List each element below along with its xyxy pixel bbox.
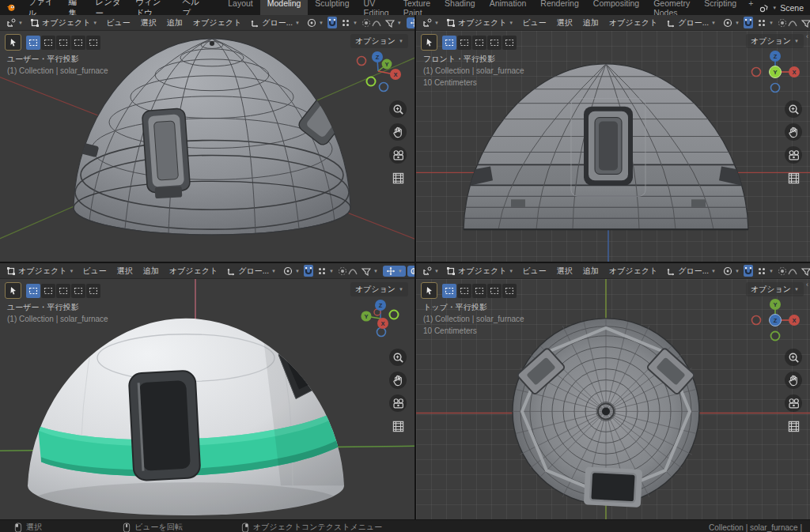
pan-hand-button[interactable] (785, 123, 802, 141)
viewport-canvas-3d[interactable]: オプション▼ ユーザー・平行投影 (1) Collection | solar_… (0, 279, 414, 519)
mode-dropdown[interactable]: オブジェクト▼ (443, 17, 517, 29)
editor-type-dropdown[interactable]: ▼ (3, 17, 26, 28)
mode-dropdown[interactable]: オブジェクト▼ (27, 17, 100, 29)
menu-add[interactable]: 追加 (162, 17, 187, 28)
blender-logo-icon[interactable] (6, 2, 16, 13)
show-overlays-toggle[interactable]: ▼ (407, 266, 414, 277)
select-subtract-tool[interactable] (472, 36, 486, 50)
options-dropdown[interactable]: オプション▼ (746, 34, 804, 48)
zoom-button[interactable] (389, 349, 407, 366)
menu-add[interactable]: 追加 (138, 266, 164, 277)
active-tool-button[interactable] (5, 34, 21, 51)
menu-select[interactable]: 選択 (136, 17, 161, 28)
snap-toggle[interactable] (744, 265, 753, 277)
menu-select[interactable]: 選択 (552, 266, 577, 277)
menu-add[interactable]: 追加 (578, 17, 604, 28)
select-subtract-tool[interactable] (56, 36, 70, 50)
select-box-tool[interactable] (442, 284, 456, 298)
object-visibility-dropdown[interactable]: ▼ (798, 17, 810, 28)
editor-type-dropdown[interactable]: ▼ (419, 266, 442, 277)
select-invert-tool[interactable] (71, 284, 85, 298)
snap-toggle[interactable] (327, 17, 337, 28)
pan-hand-button[interactable] (785, 372, 802, 389)
object-visibility-dropdown[interactable]: ▼ (358, 266, 381, 277)
transform-orientation-dropdown[interactable]: グロー...▼ (223, 265, 279, 277)
menu-add[interactable]: 追加 (578, 266, 604, 277)
viewport-canvas-3d[interactable]: オプション▼ ユーザー・平行投影 (1) Collection | solar_… (0, 31, 414, 262)
snap-toggle[interactable] (304, 265, 313, 277)
select-extend-tool[interactable] (457, 36, 471, 50)
proportional-falloff-icon[interactable] (788, 265, 797, 277)
menu-object[interactable]: オブジェクト (604, 266, 662, 277)
snap-toggle[interactable] (744, 17, 753, 28)
ortho-grid-button[interactable] (785, 169, 802, 187)
editor-type-dropdown[interactable]: ▼ (419, 17, 442, 28)
select-extend-tool[interactable] (457, 284, 471, 298)
menu-view[interactable]: ビュー (517, 266, 551, 277)
menu-object[interactable]: オブジェクト (165, 266, 222, 277)
transform-orientation-dropdown[interactable]: グロー...▼ (247, 17, 303, 29)
show-gizmos-toggle[interactable]: ▼ (383, 266, 406, 277)
menu-object[interactable]: オブジェクト (188, 17, 246, 28)
active-tool-button[interactable] (5, 282, 21, 299)
navigation-gizmo[interactable]: Z X Y (747, 50, 804, 96)
camera-view-button[interactable] (389, 146, 407, 164)
navigation-gizmo[interactable]: Z Y X (351, 298, 408, 344)
select-extend-tool[interactable] (41, 284, 55, 298)
proportional-falloff-icon[interactable] (372, 17, 381, 28)
pan-hand-button[interactable] (389, 123, 407, 141)
snap-with-dropdown[interactable]: ▼ (314, 266, 337, 277)
pivot-point-dropdown[interactable]: ▼ (280, 266, 303, 277)
select-intersect-tool[interactable] (502, 36, 517, 50)
menu-select[interactable]: 選択 (112, 266, 138, 277)
zoom-button[interactable] (389, 100, 407, 118)
camera-view-button[interactable] (785, 394, 802, 412)
region-toggle-arrow[interactable]: ‹ (806, 32, 808, 40)
options-dropdown[interactable]: オプション▼ (350, 34, 408, 48)
menu-view[interactable]: ビュー (101, 17, 134, 28)
select-box-tool[interactable] (26, 36, 40, 50)
select-invert-tool[interactable] (487, 284, 502, 298)
select-intersect-tool[interactable] (86, 36, 100, 50)
menu-select[interactable]: 選択 (552, 17, 577, 28)
viewport-canvas-3d[interactable]: ‹ オプション▼ フロント・平行投影 (1) Collection | sola… (416, 31, 810, 262)
transform-orientation-dropdown[interactable]: グロー...▼ (663, 265, 719, 277)
mode-dropdown[interactable]: オブジェクト▼ (443, 265, 517, 277)
ortho-grid-button[interactable] (785, 417, 802, 435)
snap-with-dropdown[interactable]: ▼ (754, 17, 777, 28)
proportional-falloff-icon[interactable] (348, 265, 358, 277)
proportional-editing-toggle[interactable] (361, 17, 371, 28)
select-subtract-tool[interactable] (56, 284, 70, 298)
viewport-canvas-3d[interactable]: ‹ オプション▼ トップ・平行投影 (1) Collection | solar… (416, 279, 810, 519)
select-intersect-tool[interactable] (86, 284, 100, 298)
scene-name[interactable]: Scene (780, 3, 804, 13)
options-dropdown[interactable]: オプション▼ (746, 282, 804, 296)
snap-with-dropdown[interactable]: ▼ (754, 266, 777, 277)
proportional-editing-toggle[interactable] (778, 17, 787, 28)
menu-view[interactable]: ビュー (517, 17, 551, 28)
scene-dropdown-caret[interactable]: ▼ (772, 6, 777, 10)
options-dropdown[interactable]: オプション▼ (350, 282, 408, 296)
zoom-button[interactable] (785, 349, 802, 366)
pivot-point-dropdown[interactable]: ▼ (720, 266, 743, 277)
proportional-falloff-icon[interactable] (788, 17, 797, 28)
pivot-point-dropdown[interactable]: ▼ (304, 17, 327, 28)
camera-view-button[interactable] (785, 146, 802, 164)
pivot-point-dropdown[interactable]: ▼ (720, 17, 743, 28)
navigation-gizmo[interactable]: Y X Z (747, 298, 804, 344)
snap-with-dropdown[interactable]: ▼ (338, 17, 361, 28)
mode-dropdown[interactable]: オブジェクト▼ (3, 265, 77, 277)
object-visibility-dropdown[interactable]: ▼ (382, 17, 405, 28)
select-box-tool[interactable] (26, 284, 40, 298)
active-tool-button[interactable] (421, 34, 437, 51)
select-extend-tool[interactable] (41, 36, 55, 50)
select-intersect-tool[interactable] (502, 284, 517, 298)
ortho-grid-button[interactable] (389, 169, 407, 187)
active-tool-button[interactable] (421, 282, 437, 299)
pan-hand-button[interactable] (389, 372, 407, 389)
zoom-button[interactable] (785, 100, 802, 118)
select-invert-tool[interactable] (71, 36, 85, 50)
menu-view[interactable]: ビュー (78, 266, 111, 277)
show-gizmos-toggle[interactable]: ▼ (407, 17, 414, 28)
select-box-tool[interactable] (442, 36, 456, 50)
